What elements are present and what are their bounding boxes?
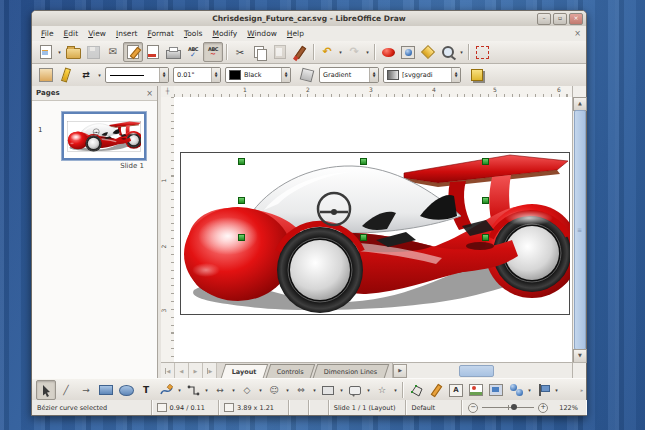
zoom-in-button[interactable]: + — [538, 403, 548, 413]
vertical-scrollbar[interactable]: ▲ ▼ — [572, 97, 586, 363]
first-page-button[interactable]: ◀ — [161, 363, 175, 378]
selection-handle-top-center[interactable] — [360, 158, 367, 165]
spellcheck-button[interactable]: ABC✓ — [183, 42, 203, 62]
scroll-down-icon[interactable]: ▼ — [573, 349, 587, 363]
glue-points-button[interactable] — [426, 380, 446, 400]
vertical-scrollbar-thumb[interactable] — [574, 110, 586, 350]
line-width-input[interactable]: 0.01" ▲▼ — [173, 67, 221, 83]
tab-controls[interactable]: Controls — [265, 364, 314, 378]
callouts-dropdown-arrow[interactable]: ▾ — [365, 387, 372, 393]
pages-panel-close-icon[interactable]: × — [146, 89, 153, 98]
navigator-button[interactable] — [398, 42, 418, 62]
gallery-panel-button[interactable] — [486, 380, 506, 400]
menu-tools[interactable]: Tools — [179, 28, 207, 39]
zoom-button[interactable] — [438, 42, 458, 62]
select-tool-button[interactable] — [36, 380, 56, 400]
auto-spellcheck-button[interactable]: ABC~ — [203, 42, 223, 62]
redo-button[interactable]: ↷ — [344, 42, 364, 62]
redo-dropdown-arrow[interactable]: ▾ — [364, 49, 371, 55]
menu-insert[interactable]: Insert — [111, 28, 143, 39]
edit-points-button[interactable] — [406, 380, 426, 400]
toolbar-overflow-icon[interactable]: » — [580, 388, 583, 392]
text-tool-button[interactable]: T — [136, 380, 156, 400]
zoom-slider-thumb[interactable] — [511, 404, 517, 410]
flowchart-dropdown-arrow[interactable]: ▾ — [338, 387, 345, 393]
block-arrows-button[interactable]: ⇔ — [291, 380, 311, 400]
previous-page-button[interactable]: ◀ — [175, 363, 189, 378]
arrow-tool-button[interactable]: → — [76, 380, 96, 400]
selection-handle-top-right[interactable] — [482, 158, 489, 165]
slide-thumbnail[interactable] — [62, 112, 146, 160]
connector-dropdown-arrow[interactable]: ▾ — [203, 387, 210, 393]
gallery-button[interactable] — [378, 42, 398, 62]
cut-button[interactable]: ✂ — [230, 42, 250, 62]
arrow-style-button[interactable]: ⇄ — [76, 65, 96, 85]
title-bar[interactable]: Chrisdesign_Future_car.svg - LibreOffice… — [32, 11, 586, 27]
stars-button[interactable]: ☆ — [372, 380, 392, 400]
maximize-button[interactable]: ▫ — [553, 13, 567, 25]
insert-image-button[interactable] — [466, 380, 486, 400]
lines-arrows-dropdown-arrow[interactable]: ▾ — [230, 387, 237, 393]
line-style-spinner[interactable]: ▲▼ — [159, 68, 168, 82]
rotate-button[interactable] — [506, 380, 526, 400]
save-button[interactable] — [83, 42, 103, 62]
menu-edit[interactable]: Edit — [59, 28, 84, 39]
new-dropdown-arrow[interactable]: ▾ — [56, 49, 63, 55]
print-button[interactable] — [163, 42, 183, 62]
menu-view[interactable]: View — [83, 28, 111, 39]
connector-tool-button[interactable] — [183, 380, 203, 400]
menu-window[interactable]: Window — [242, 28, 282, 39]
rotate-dropdown-arrow[interactable]: ▾ — [526, 387, 533, 393]
zoom-dropdown-arrow[interactable]: ▾ — [458, 49, 465, 55]
arrow-style-dropdown[interactable]: ▾ — [96, 72, 103, 78]
line-dialog-button[interactable] — [56, 65, 76, 85]
export-pdf-button[interactable] — [143, 42, 163, 62]
minimize-button[interactable]: – — [537, 13, 551, 25]
clone-formatting-button[interactable] — [290, 42, 310, 62]
menu-help[interactable]: Help — [282, 28, 309, 39]
page-style[interactable]: Default — [406, 400, 462, 415]
styles-button[interactable] — [36, 65, 56, 85]
close-document-icon[interactable]: × — [574, 29, 581, 38]
menu-format[interactable]: Format — [142, 28, 178, 39]
selection-handle-bottom-center[interactable] — [360, 234, 367, 241]
selection-handle-middle-right[interactable] — [482, 197, 489, 204]
area-style-spinner[interactable]: ▲▼ — [369, 68, 378, 82]
menu-file[interactable]: File — [36, 28, 59, 39]
line-color-spinner[interactable]: ▲▼ — [281, 68, 290, 82]
zoom-percent[interactable]: 122% — [554, 400, 586, 415]
next-page-button[interactable]: ▶ — [189, 363, 203, 378]
symbol-shapes-dropdown-arrow[interactable]: ▾ — [284, 387, 291, 393]
helplines-button[interactable] — [418, 42, 438, 62]
gradient-name-spinner[interactable]: ▲▼ — [451, 68, 460, 82]
selection-handle-bottom-left[interactable] — [238, 234, 245, 241]
line-color-select[interactable]: Black ▲▼ — [225, 67, 291, 83]
curve-dropdown-arrow[interactable]: ▾ — [176, 387, 183, 393]
tab-dimension-lines[interactable]: Dimension Lines — [312, 364, 388, 378]
display-grid-button[interactable] — [472, 42, 492, 62]
menu-modify[interactable]: Modify — [207, 28, 242, 39]
zoom-slider[interactable] — [482, 407, 534, 408]
arrange-button[interactable] — [533, 380, 553, 400]
scroll-up-icon[interactable]: ▲ — [573, 97, 587, 111]
shadow-button[interactable] — [467, 65, 487, 85]
selection-handle-top-left[interactable] — [238, 158, 245, 165]
arrange-dropdown-arrow[interactable]: ▾ — [553, 387, 560, 393]
scroll-right-icon[interactable]: ▶ — [393, 364, 407, 378]
fontwork-button[interactable]: A — [446, 380, 466, 400]
open-button[interactable] — [63, 42, 83, 62]
rectangle-tool-button[interactable] — [96, 380, 116, 400]
undo-dropdown-arrow[interactable]: ▾ — [337, 49, 344, 55]
paste-button[interactable] — [270, 42, 290, 62]
block-arrows-dropdown-arrow[interactable]: ▾ — [311, 387, 318, 393]
flowchart-button[interactable] — [318, 380, 338, 400]
lines-arrows-button[interactable]: ↔ — [210, 380, 230, 400]
gradient-name-select[interactable]: [svggradi ▲▼ — [383, 67, 461, 83]
stars-dropdown-arrow[interactable]: ▾ — [392, 387, 399, 393]
tab-layout[interactable]: Layout — [221, 364, 268, 378]
horizontal-scrollbar[interactable]: ◀ ▶ — [392, 363, 586, 378]
area-dialog-button[interactable] — [297, 65, 317, 85]
basic-shapes-button[interactable]: ◇ — [237, 380, 257, 400]
line-width-spinner[interactable]: ▲▼ — [211, 68, 220, 82]
line-style-select[interactable]: ▲▼ — [105, 67, 169, 83]
